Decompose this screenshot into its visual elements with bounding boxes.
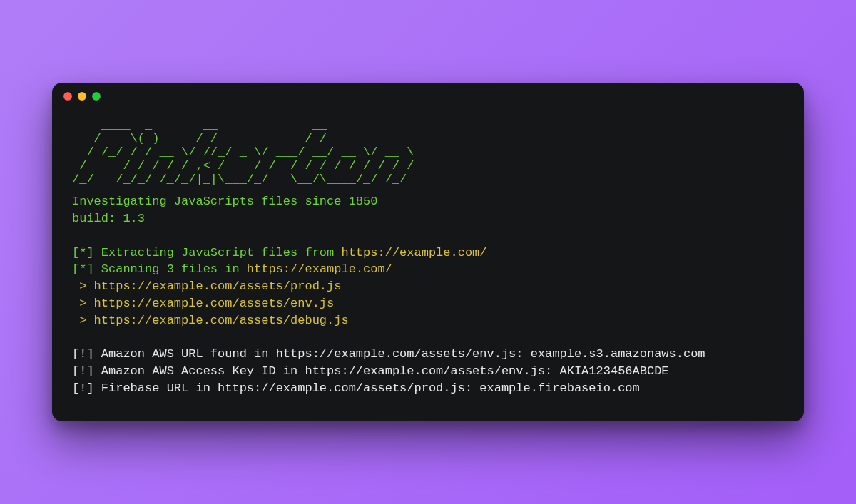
window-titlebar [52, 83, 804, 110]
status-marker: [*] [72, 262, 94, 276]
file-url: https://example.com/assets/debug.js [94, 314, 349, 327]
status-extract-text: Extracting JavaScript files from [101, 246, 342, 259]
status-scan-line: [*] Scanning 3 files in https://example.… [72, 261, 784, 278]
finding-text: Amazon AWS Access Key ID in https://exam… [101, 364, 669, 378]
tagline-text: Investigating JavaScripts files since 18… [72, 193, 784, 210]
status-marker: [*] [72, 246, 94, 259]
file-url: https://example.com/assets/prod.js [94, 279, 342, 293]
file-item: > https://example.com/assets/env.js [72, 295, 784, 312]
terminal-window: ____ _ __ __ / __ \(_)___ / /_____ _____… [52, 83, 804, 421]
finding-text: Firebase URL in https://example.com/asse… [101, 381, 640, 395]
window-zoom-icon[interactable] [92, 92, 101, 101]
status-extract-line: [*] Extracting JavaScript files from htt… [72, 245, 784, 262]
finding-marker: [!] [72, 347, 94, 361]
finding-line: [!] Amazon AWS Access Key ID in https://… [72, 363, 784, 380]
file-url: https://example.com/assets/env.js [94, 297, 335, 310]
status-scan-url: https://example.com/ [247, 262, 392, 276]
terminal-body: ____ _ __ __ / __ \(_)___ / /_____ _____… [52, 110, 804, 421]
window-minimize-icon[interactable] [78, 92, 86, 101]
file-item: > https://example.com/assets/debug.js [72, 312, 784, 329]
status-extract-url: https://example.com/ [341, 246, 486, 259]
build-text: build: 1.3 [72, 210, 784, 227]
window-close-icon[interactable] [63, 92, 72, 101]
finding-text: Amazon AWS URL found in https://example.… [101, 347, 705, 361]
file-item: > https://example.com/assets/prod.js [72, 278, 784, 295]
ascii-banner: ____ _ __ __ / __ \(_)___ / /_____ _____… [72, 118, 784, 186]
file-prefix: > [72, 279, 94, 293]
finding-line: [!] Firebase URL in https://example.com/… [72, 380, 784, 397]
file-prefix: > [72, 297, 94, 310]
finding-marker: [!] [72, 381, 94, 395]
finding-line: [!] Amazon AWS URL found in https://exam… [72, 346, 784, 363]
finding-marker: [!] [72, 364, 94, 378]
status-scan-text: Scanning 3 files in [101, 262, 247, 276]
file-prefix: > [72, 314, 94, 327]
